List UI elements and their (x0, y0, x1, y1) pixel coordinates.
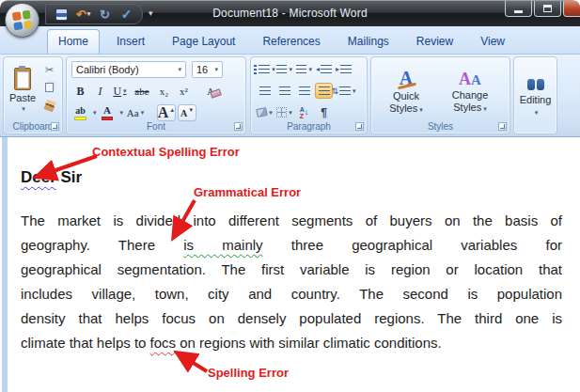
bullets-button[interactable]: ▾ (256, 61, 274, 77)
underline-button[interactable]: U▾ (111, 83, 129, 100)
editing-button[interactable]: Editing ▾ (517, 61, 554, 130)
body-line-5[interactable]: density that helps focus on densely popu… (21, 306, 562, 331)
styles-group-label: Styles (371, 121, 509, 132)
body-line-4[interactable]: includes village, town, city and country… (21, 282, 562, 306)
window-title: Document18 - Microsoft Word (0, 7, 580, 20)
font-color-bar (102, 117, 113, 120)
font-color-dropdown-icon[interactable]: ▾ (120, 109, 124, 117)
format-painter-icon[interactable] (41, 98, 57, 113)
change-case-button[interactable]: Aa▾ (125, 104, 146, 121)
font-size-combo[interactable]: 16▾ (192, 61, 223, 78)
editing-group: Editing ▾ (513, 56, 557, 134)
shrink-font-button[interactable]: A▼ (178, 104, 196, 121)
spelling-error-label: Spelling Error (208, 366, 289, 380)
grammatical-error-phrase[interactable]: is mainly (183, 237, 262, 253)
spelling-error-word[interactable]: focs (150, 335, 177, 351)
window-controls (505, 1, 580, 17)
tab-mailings[interactable]: Mailings (337, 30, 400, 54)
styles-group: A QuickStyles▾ AA ChangeStyles▾ Styles (370, 56, 510, 134)
ribbon: Paste ▾ ✂ Clipboard Calibri (Body)▾ 16▾ … (0, 54, 580, 137)
tab-home[interactable]: Home (47, 29, 100, 54)
spelling-error-arrow (180, 354, 207, 371)
quick-styles-button[interactable]: A QuickStyles▾ (377, 62, 435, 120)
clipboard-group: Paste ▾ ✂ Clipboard (3, 56, 63, 134)
styles-dialog-launcher[interactable] (498, 122, 507, 131)
strikethrough-button[interactable]: abe (131, 83, 153, 100)
text-highlight-button[interactable]: ab (71, 104, 89, 121)
font-group-label: Font (67, 121, 245, 132)
body-line-3[interactable]: geographical segmentation. The first var… (21, 258, 562, 282)
editing-dropdown-icon: ▾ (535, 109, 539, 117)
show-hide-formatting-button[interactable]: ¶ (315, 104, 333, 120)
maximize-icon (543, 5, 552, 12)
tab-references[interactable]: References (252, 30, 330, 54)
numbering-button[interactable]: ▾ (275, 61, 293, 77)
align-right-button[interactable] (295, 83, 313, 99)
paste-clipboard-icon (14, 68, 31, 90)
paste-button[interactable]: Paste ▾ (8, 61, 38, 119)
font-group: Calibri (Body)▾ 16▾ B I U▾ abe x₂ x² Aa … (66, 56, 246, 134)
ribbon-tab-bar: Home Insert Page Layout References Maili… (0, 26, 580, 54)
title-bar: ↶▾ ↻ ✓ ▾ Document18 - Microsoft Word (0, 0, 580, 26)
office-logo-icon (12, 10, 32, 30)
contextual-spelling-error-label: Contextual Spelling Error (92, 145, 240, 159)
font-name-combo[interactable]: Calibri (Body)▾ (71, 61, 186, 78)
change-styles-button[interactable]: AA ChangeStyles▾ (441, 62, 499, 120)
document-canvas[interactable]: Deer Sir The market is divided into diff… (0, 137, 580, 392)
font-color-button[interactable]: A (99, 104, 117, 121)
clipboard-dialog-launcher[interactable] (51, 122, 59, 131)
binoculars-icon (527, 79, 544, 90)
cut-icon[interactable]: ✂ (41, 62, 57, 77)
justify-button[interactable] (315, 83, 333, 99)
contextual-spelling-error-word[interactable]: Deer (21, 168, 56, 186)
line-spacing-button[interactable]: ⇅▾ (335, 83, 353, 99)
grammatical-error-label: Grammatical Error (194, 185, 301, 199)
document-heading[interactable]: Deer Sir (21, 168, 82, 187)
body-line-1[interactable]: The market is divided into different seg… (21, 209, 562, 233)
minimize-icon (514, 10, 523, 13)
borders-button[interactable]: ▾ (275, 104, 293, 120)
multilevel-list-button[interactable]: ▾ (295, 61, 313, 77)
increase-indent-button[interactable]: ▸ (335, 61, 353, 77)
bold-button[interactable]: B (71, 83, 89, 100)
word-window: ↶▾ ↻ ✓ ▾ Document18 - Microsoft Word Hom… (0, 0, 580, 392)
office-button[interactable] (5, 3, 39, 38)
maximize-button[interactable] (534, 1, 561, 17)
paragraph-dialog-launcher[interactable] (355, 122, 364, 131)
align-center-button[interactable] (275, 83, 293, 99)
font-dialog-launcher[interactable] (234, 122, 243, 131)
tab-review[interactable]: Review (406, 30, 463, 54)
decrease-indent-button[interactable]: ◂ (315, 61, 333, 77)
close-button[interactable] (563, 1, 580, 17)
align-left-button[interactable] (256, 83, 274, 99)
paste-dropdown-icon: ▾ (22, 105, 25, 113)
document-left-margin-strip (2, 137, 8, 392)
superscript-button[interactable]: x² (175, 83, 193, 100)
tab-view[interactable]: View (470, 30, 515, 54)
paragraph-group: ▾ ▾ ▾ ◂ ▸ ⇅▾ ▾ ▾ AZ↓ ¶ Paragraph (250, 56, 368, 134)
quick-styles-icon: A (400, 68, 413, 89)
subscript-button[interactable]: x₂ (155, 83, 173, 100)
body-line-6[interactable]: climate that helps to focs on regions wi… (21, 331, 562, 355)
sort-button[interactable]: AZ↓ (295, 104, 313, 120)
document-body[interactable]: The market is divided into different seg… (21, 209, 562, 355)
minimize-button[interactable] (505, 1, 532, 17)
change-styles-icon: AA (459, 70, 481, 89)
highlight-dropdown-icon[interactable]: ▾ (93, 109, 97, 117)
highlight-color-bar (74, 117, 86, 120)
tab-page-layout[interactable]: Page Layout (162, 30, 245, 54)
grow-font-button[interactable]: A▲ (157, 104, 176, 121)
shading-button[interactable]: ▾ (256, 104, 274, 120)
tab-insert[interactable]: Insert (106, 30, 155, 54)
paragraph-group-label: Paragraph (251, 121, 367, 132)
italic-button[interactable]: I (91, 83, 109, 100)
body-line-2[interactable]: geography. There is mainly three geograp… (21, 233, 562, 258)
clear-formatting-button[interactable]: Aa (202, 83, 223, 100)
copy-icon[interactable] (41, 80, 57, 95)
